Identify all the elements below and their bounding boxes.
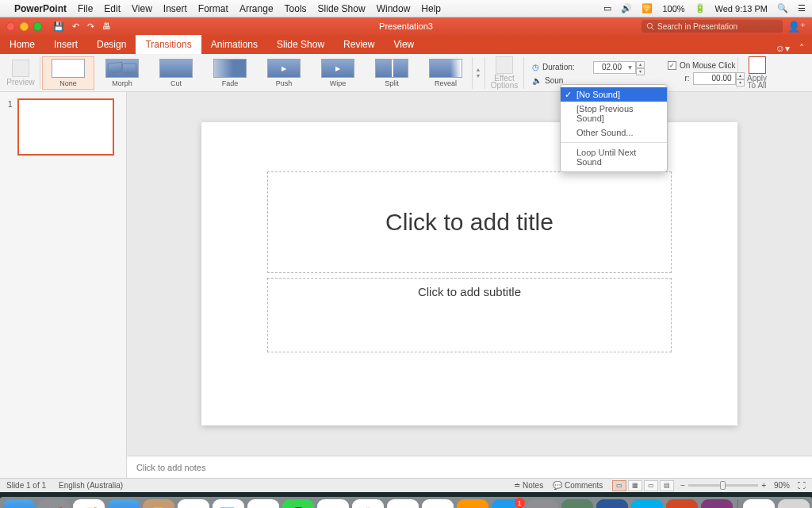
slide-thumbnail-pane[interactable]: 1: [0, 92, 127, 478]
sound-option-no-sound[interactable]: [No Sound]: [561, 87, 667, 102]
after-up[interactable]: ▴: [736, 72, 745, 79]
share-icon[interactable]: 👤⁺: [787, 21, 806, 33]
dock-safari[interactable]: 🧭: [73, 499, 105, 508]
menu-format[interactable]: Format: [198, 3, 228, 14]
tab-design[interactable]: Design: [87, 35, 136, 54]
clock[interactable]: Wed 9:13 PM: [715, 4, 768, 13]
search-input[interactable]: Search in Presentation: [642, 20, 783, 33]
dock-messages[interactable]: 💬: [282, 499, 314, 508]
sound-dropdown[interactable]: [No Sound] [Stop Previous Sound] Other S…: [560, 84, 668, 172]
dock-finder[interactable]: ☺: [3, 499, 35, 508]
tab-slideshow[interactable]: Slide Show: [267, 35, 334, 54]
menu-view[interactable]: View: [132, 3, 152, 14]
tab-review[interactable]: Review: [334, 35, 384, 54]
dock-trash[interactable]: 🗑: [778, 499, 810, 508]
comments-toggle[interactable]: 💬 Comments: [553, 481, 603, 490]
zoom-slider[interactable]: [688, 484, 758, 487]
spotlight-icon[interactable]: 🔍: [777, 3, 788, 13]
menu-edit[interactable]: Edit: [104, 3, 121, 14]
tab-home[interactable]: Home: [0, 35, 44, 54]
menu-help[interactable]: Help: [421, 3, 441, 14]
dock-chrome[interactable]: ◎: [422, 499, 454, 508]
battery-icon[interactable]: 🔋: [695, 3, 706, 13]
duration-down[interactable]: ▾: [636, 68, 645, 75]
volume-icon[interactable]: 🔊: [621, 3, 632, 13]
after-field[interactable]: 00.00▴▾: [693, 72, 736, 85]
dock-calendar[interactable]: 6: [178, 499, 209, 508]
after-down[interactable]: ▾: [736, 79, 745, 87]
menu-insert[interactable]: Insert: [163, 3, 187, 14]
minimize-button[interactable]: [20, 22, 29, 31]
dock-photos[interactable]: 🌸: [352, 499, 384, 508]
transition-cut[interactable]: Cut: [150, 56, 202, 90]
effect-options-button[interactable]: Effect Options: [487, 55, 522, 90]
view-slideshow-button[interactable]: ▤: [660, 480, 674, 491]
dock-maps[interactable]: 🗺: [317, 499, 349, 508]
dock-onenote[interactable]: N: [701, 499, 733, 508]
dock-mail[interactable]: ✉: [108, 499, 140, 508]
view-sorter-button[interactable]: ▦: [628, 480, 642, 491]
menu-slideshow[interactable]: Slide Show: [318, 3, 366, 14]
slide-thumb-1[interactable]: 1: [0, 95, 126, 159]
dock-notes[interactable]: 📝: [213, 499, 244, 508]
collapse-ribbon-icon[interactable]: ˄: [799, 43, 804, 54]
transition-push[interactable]: Push: [258, 56, 310, 90]
notes-pane[interactable]: Click to add notes: [127, 456, 812, 478]
dock-ibooks[interactable]: 📖: [457, 499, 488, 508]
transition-reveal[interactable]: Reveal: [419, 56, 472, 90]
tab-transitions[interactable]: Transitions: [136, 35, 201, 54]
save-icon[interactable]: 💾: [53, 21, 64, 32]
sound-option-loop[interactable]: Loop Until Next Sound: [561, 145, 667, 169]
sound-option-stop-previous[interactable]: [Stop Previous Sound]: [561, 102, 667, 125]
dock-reminders[interactable]: ☑: [247, 499, 279, 508]
dock-preview[interactable]: 🖼: [561, 499, 593, 508]
view-reading-button[interactable]: ▭: [644, 480, 658, 491]
duration-field[interactable]: 02.00▾▴▾: [593, 61, 636, 74]
undo-icon[interactable]: ↶: [72, 21, 79, 32]
menu-arrange[interactable]: Arrange: [239, 3, 274, 14]
zoom-in-button[interactable]: +: [761, 481, 766, 490]
status-language[interactable]: English (Australia): [59, 481, 123, 490]
zoom-button[interactable]: [33, 22, 42, 31]
dock-itunes[interactable]: ♫: [387, 499, 419, 508]
dock-launchpad[interactable]: 🚀: [38, 499, 70, 508]
gallery-more-button[interactable]: ▴▾: [472, 57, 483, 89]
title-placeholder[interactable]: Click to add title: [267, 171, 672, 273]
dock-appstore[interactable]: A: [492, 499, 523, 508]
tab-view[interactable]: View: [384, 35, 423, 54]
dock-word[interactable]: W: [596, 499, 628, 508]
tab-insert[interactable]: Insert: [44, 35, 87, 54]
subtitle-placeholder[interactable]: Click to add subtitle: [267, 278, 672, 352]
redo-icon[interactable]: ↷: [87, 21, 94, 32]
transition-fade[interactable]: Fade: [204, 56, 256, 90]
transition-morph[interactable]: Morph: [96, 56, 148, 90]
transition-split[interactable]: Split: [366, 56, 418, 90]
zoom-value[interactable]: 90%: [774, 481, 790, 490]
preview-button[interactable]: Preview: [3, 58, 38, 88]
slide-area[interactable]: Click to add title Click to add subtitle: [127, 92, 812, 456]
menu-extras-icon[interactable]: ☰: [798, 3, 806, 13]
apply-to-all-button[interactable]: Apply To All: [740, 55, 775, 90]
transition-none[interactable]: None: [42, 56, 94, 90]
menu-tools[interactable]: Tools: [285, 3, 307, 14]
view-normal-button[interactable]: ▭: [612, 480, 626, 491]
print-icon[interactable]: 🖶: [102, 21, 111, 32]
zoom-out-button[interactable]: −: [680, 481, 685, 490]
dock-powerpoint[interactable]: P: [666, 499, 698, 508]
notes-toggle[interactable]: ≐ Notes: [514, 481, 543, 490]
airplay-icon[interactable]: ▭: [603, 3, 611, 13]
on-mouse-click-checkbox[interactable]: ✓: [668, 61, 676, 70]
sound-option-other[interactable]: Other Sound...: [561, 125, 667, 140]
menu-window[interactable]: Window: [377, 3, 411, 14]
menu-file[interactable]: File: [78, 3, 93, 14]
transition-wipe[interactable]: Wipe: [312, 56, 364, 90]
dock-skype[interactable]: S: [631, 499, 663, 508]
tab-animations[interactable]: Animations: [201, 35, 267, 54]
dock-contacts[interactable]: 📒: [143, 499, 174, 508]
smiley-icon[interactable]: ☺▾: [776, 43, 790, 54]
dock-printer[interactable]: 🖨: [743, 499, 775, 508]
dock-preferences[interactable]: ⚙: [527, 499, 558, 508]
fit-window-button[interactable]: ⛶: [798, 481, 806, 490]
duration-up[interactable]: ▴: [636, 61, 645, 68]
close-button[interactable]: [6, 22, 15, 31]
